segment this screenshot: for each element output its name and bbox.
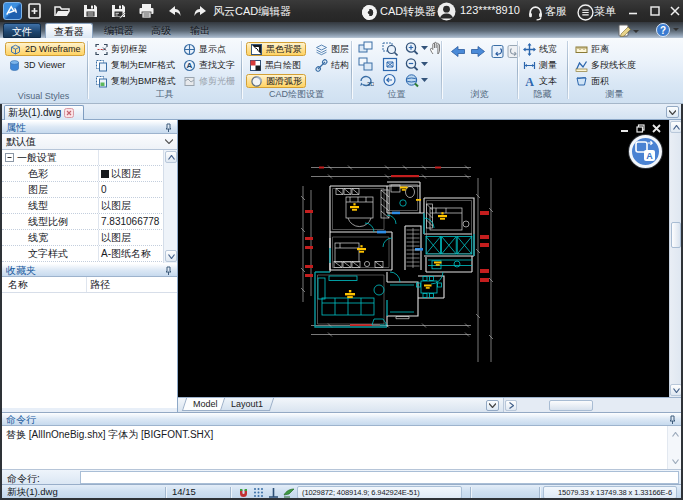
undo-icon[interactable]	[166, 3, 183, 19]
zoom-out-dropdown[interactable]	[421, 62, 428, 67]
account-label[interactable]: 123****8910	[460, 4, 520, 16]
bw-drawing-button[interactable]: 黑白绘图	[246, 58, 304, 72]
canvas-vertical-scrollbar[interactable]	[669, 120, 681, 397]
property-row-linetype-scale[interactable]: 线型比例 7.831066778	[2, 214, 164, 230]
favorites-col-name[interactable]: 名称	[8, 278, 28, 292]
tab-viewer[interactable]: 查看器	[45, 23, 93, 38]
property-row-linetype[interactable]: 线型 以图层	[2, 198, 164, 214]
copy-view-icon[interactable]	[358, 57, 374, 72]
annotate-icon[interactable]	[618, 24, 640, 37]
tab-layout1[interactable]: Layout1	[220, 398, 274, 411]
menu-label[interactable]: 菜单	[594, 4, 616, 19]
preset-dropdown[interactable]: 默认值	[2, 134, 177, 150]
converter-icon[interactable]	[361, 4, 378, 20]
help-icon[interactable]: ?	[656, 23, 680, 37]
drawing-canvas[interactable]: A	[178, 120, 669, 397]
tab-file[interactable]: 文件	[3, 23, 41, 38]
find-text-button[interactable]: A 查找文字	[180, 58, 238, 72]
close-tab-icon[interactable]	[64, 108, 74, 118]
convert-fab-button[interactable]: A	[629, 135, 662, 168]
property-group-row[interactable]: 一般设置	[2, 150, 164, 166]
zoom-out-icon[interactable]	[404, 57, 420, 72]
new-file-icon[interactable]	[26, 3, 43, 19]
print-icon[interactable]	[138, 3, 155, 19]
command-scrollbar[interactable]	[667, 426, 681, 469]
doc-close-icon[interactable]	[652, 124, 661, 133]
smooth-arc-label: 圆滑弧形	[266, 75, 302, 88]
hide-text-button[interactable]: A 文本	[520, 74, 560, 88]
scroll-up-icon[interactable]	[669, 428, 681, 440]
document-tab[interactable]: 新块(1).dwg	[4, 105, 84, 120]
copy-emf-button[interactable]: 复制为EMF格式	[92, 58, 178, 72]
avatar-icon[interactable]	[437, 2, 456, 21]
property-row-lineweight[interactable]: 线宽 以图层	[2, 230, 164, 246]
converter-label[interactable]: CAD转换器	[380, 4, 436, 19]
collapse-icon[interactable]	[5, 153, 14, 162]
document-list-button[interactable]	[666, 106, 679, 118]
3d-viewer-button[interactable]: 3D Viewer	[5, 58, 68, 72]
tab-output[interactable]: 输出	[184, 23, 216, 38]
zoom-in-icon[interactable]	[404, 41, 420, 56]
doc-restore-icon[interactable]	[636, 124, 645, 133]
trim-raster-button[interactable]: 修剪光栅	[180, 74, 238, 88]
pin-icon[interactable]	[164, 123, 173, 133]
command-input[interactable]	[80, 471, 679, 484]
property-row-color[interactable]: 色彩 以图层	[2, 166, 164, 182]
layers-button[interactable]: 图层	[312, 42, 352, 56]
scroll-down-icon[interactable]	[669, 455, 681, 467]
zoom-orbit-icon[interactable]	[404, 73, 420, 88]
hide-linewidth-button[interactable]: 线宽	[520, 42, 560, 56]
titlebar: 风云CAD编辑器 CAD转换器 123****8910 客服 菜单	[0, 0, 683, 22]
rotate-view-icon[interactable]: 3D	[358, 73, 374, 88]
forward-icon[interactable]	[470, 44, 486, 59]
page-back-icon[interactable]	[490, 44, 506, 59]
zoom-orbit-dropdown[interactable]	[421, 78, 428, 83]
clone-view-icon[interactable]	[358, 41, 374, 56]
redo-icon[interactable]	[192, 3, 209, 19]
measure-polyline-button[interactable]: 多段线长度	[572, 58, 639, 72]
pin-icon[interactable]	[164, 266, 173, 276]
tab-editor[interactable]: 编辑器	[98, 23, 140, 38]
black-bg-button[interactable]: 黑色背景	[246, 42, 306, 56]
menu-icon[interactable]	[577, 4, 594, 20]
vertical-scroll-thumb[interactable]	[671, 222, 681, 248]
property-row-layer[interactable]: 图层 0	[2, 182, 164, 198]
horizontal-scroll-thumb[interactable]	[549, 400, 593, 411]
support-label[interactable]: 客服	[545, 4, 567, 19]
headset-icon[interactable]	[527, 4, 544, 20]
open-icon[interactable]	[54, 3, 71, 19]
pin-icon[interactable]	[668, 415, 677, 425]
doc-minimize-icon[interactable]	[620, 124, 629, 133]
tab-advanced[interactable]: 高级	[145, 23, 177, 38]
measure-distance-button[interactable]: 距离	[572, 42, 612, 56]
command-history[interactable]: 替换 [AllInOneBig.shx] 字体为 [BIGFONT.SHX]	[2, 426, 681, 469]
smooth-arc-button[interactable]: 圆滑弧形	[246, 74, 306, 88]
zoom-previous-icon[interactable]	[382, 73, 398, 88]
save-as-icon[interactable]	[110, 3, 127, 19]
zoom-extents-icon[interactable]	[382, 57, 398, 72]
copy-bmp-button[interactable]: 复制为BMP格式	[92, 74, 179, 88]
save-icon[interactable]	[82, 3, 99, 19]
property-grid-scrollbar[interactable]	[163, 150, 177, 263]
zoom-in-dropdown[interactable]	[421, 46, 428, 51]
2d-wireframe-button[interactable]: 2D Wireframe	[5, 42, 85, 56]
zoom-window-icon[interactable]	[382, 41, 398, 56]
group-tools: 剪切框架 复制为EMF格式 复制为BMP格式 显示点 A 查找文字 修剪光栅 工…	[88, 38, 242, 103]
maximize-button[interactable]	[644, 0, 666, 21]
property-row-textstyle[interactable]: 文字样式 A-图纸名称	[2, 246, 164, 262]
scroll-right-icon[interactable]	[505, 400, 517, 411]
close-button[interactable]	[664, 0, 683, 21]
favorites-list[interactable]	[2, 293, 177, 408]
canvas-horizontal-scrollbar[interactable]	[503, 398, 681, 413]
layout-list-button[interactable]	[486, 400, 499, 411]
scroll-up-icon[interactable]	[165, 151, 177, 163]
clip-frame-button[interactable]: 剪切框架	[92, 42, 150, 56]
measure-area-button[interactable]: 面积	[572, 74, 612, 88]
minimize-button[interactable]	[622, 0, 644, 21]
favorites-col-path[interactable]: 路径	[90, 278, 110, 292]
structure-button[interactable]: 结构	[312, 58, 352, 72]
hide-measure-button[interactable]: 测量	[520, 58, 560, 72]
back-icon[interactable]	[450, 44, 466, 59]
scroll-down-icon[interactable]	[165, 250, 177, 262]
show-points-button[interactable]: 显示点	[180, 42, 229, 56]
